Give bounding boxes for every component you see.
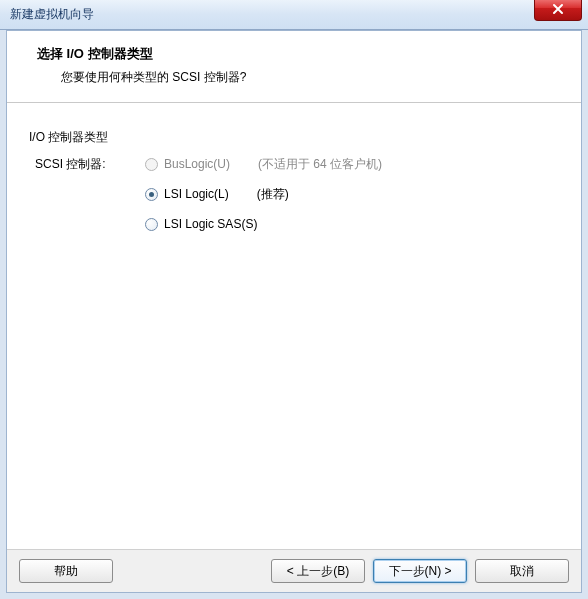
scsi-row: SCSI 控制器: BusLogic(U) (不适用于 64 位客户机) LSI… <box>29 154 561 234</box>
radio-buslogic <box>145 158 158 171</box>
back-button[interactable]: < 上一步(B) <box>271 559 365 583</box>
close-icon <box>552 3 564 15</box>
window-title: 新建虚拟机向导 <box>10 6 94 23</box>
title-bar: 新建虚拟机向导 <box>0 0 588 30</box>
wizard-step-subtitle: 您要使用何种类型的 SCSI 控制器? <box>37 69 561 86</box>
option-lsilogic[interactable]: LSI Logic(L) (推荐) <box>145 184 382 204</box>
client-area: 选择 I/O 控制器类型 您要使用何种类型的 SCSI 控制器? I/O 控制器… <box>6 30 582 593</box>
wizard-window: 新建虚拟机向导 选择 I/O 控制器类型 您要使用何种类型的 SCSI 控制器?… <box>0 0 588 599</box>
wizard-footer: 帮助 < 上一步(B) 下一步(N) > 取消 <box>7 549 581 592</box>
next-button[interactable]: 下一步(N) > <box>373 559 467 583</box>
option-buslogic-note: (不适用于 64 位客户机) <box>258 156 382 173</box>
option-lsilogic-label: LSI Logic(L) <box>164 187 229 201</box>
option-lsilogic-note: (推荐) <box>257 186 289 203</box>
wizard-body: I/O 控制器类型 SCSI 控制器: BusLogic(U) (不适用于 64… <box>7 103 581 246</box>
option-lsisas-label: LSI Logic SAS(S) <box>164 217 257 231</box>
option-lsisas[interactable]: LSI Logic SAS(S) <box>145 214 382 234</box>
scsi-label: SCSI 控制器: <box>29 154 145 173</box>
option-buslogic: BusLogic(U) (不适用于 64 位客户机) <box>145 154 382 174</box>
section-label: I/O 控制器类型 <box>29 129 561 146</box>
help-button[interactable]: 帮助 <box>19 559 113 583</box>
radio-lsisas[interactable] <box>145 218 158 231</box>
wizard-header: 选择 I/O 控制器类型 您要使用何种类型的 SCSI 控制器? <box>7 31 581 103</box>
radio-lsilogic[interactable] <box>145 188 158 201</box>
cancel-button[interactable]: 取消 <box>475 559 569 583</box>
option-buslogic-label: BusLogic(U) <box>164 157 230 171</box>
scsi-options: BusLogic(U) (不适用于 64 位客户机) LSI Logic(L) … <box>145 154 382 234</box>
wizard-step-title: 选择 I/O 控制器类型 <box>37 45 561 63</box>
close-button[interactable] <box>534 0 582 21</box>
